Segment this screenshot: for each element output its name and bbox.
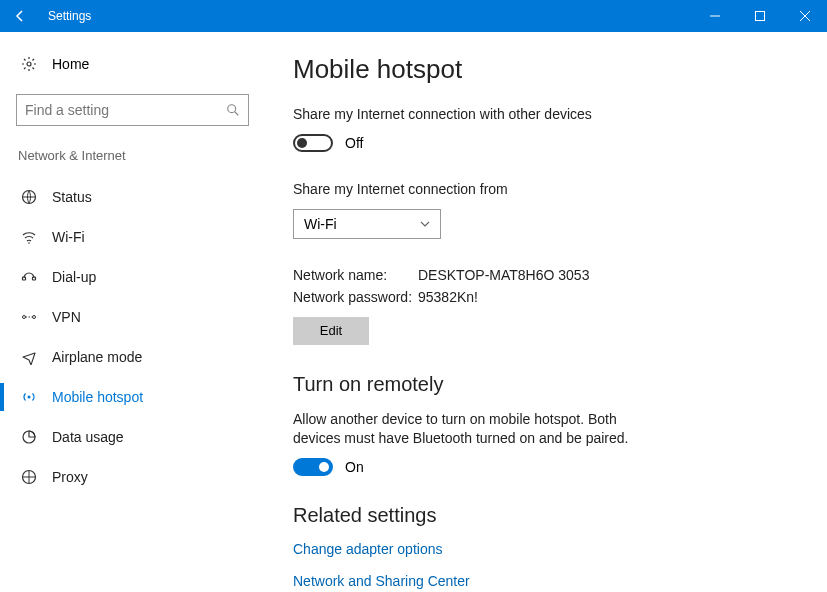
- network-password-label: Network password:: [293, 289, 418, 305]
- sidebar-item-mobile-hotspot[interactable]: Mobile hotspot: [16, 377, 249, 417]
- close-icon: [800, 11, 810, 21]
- sidebar-item-wifi[interactable]: Wi-Fi: [16, 217, 249, 257]
- vpn-icon: [20, 309, 38, 325]
- sidebar-item-label: Mobile hotspot: [52, 389, 143, 405]
- sidebar-item-proxy[interactable]: Proxy: [16, 457, 249, 497]
- sidebar-item-vpn[interactable]: VPN: [16, 297, 249, 337]
- sidebar-item-label: Airplane mode: [52, 349, 142, 365]
- back-button[interactable]: [0, 0, 40, 32]
- remote-toggle[interactable]: [293, 458, 333, 476]
- link-network-sharing[interactable]: Network and Sharing Center: [293, 573, 791, 589]
- proxy-icon: [20, 469, 38, 485]
- minimize-icon: [710, 11, 720, 21]
- svg-rect-9: [23, 277, 26, 280]
- svg-rect-1: [755, 12, 764, 21]
- wifi-icon: [20, 229, 38, 245]
- svg-line-6: [235, 112, 239, 116]
- window-title: Settings: [40, 9, 91, 23]
- svg-point-14: [28, 396, 31, 399]
- share-toggle[interactable]: [293, 134, 333, 152]
- share-from-label: Share my Internet connection from: [293, 180, 653, 199]
- sidebar-item-dialup[interactable]: Dial-up: [16, 257, 249, 297]
- remote-heading: Turn on remotely: [293, 373, 791, 396]
- sidebar-item-label: Proxy: [52, 469, 88, 485]
- network-password-value: 95382Kn!: [418, 289, 478, 305]
- maximize-button[interactable]: [737, 0, 782, 32]
- share-from-value: Wi-Fi: [304, 216, 337, 232]
- sidebar-category: Network & Internet: [16, 148, 249, 163]
- link-change-adapter[interactable]: Change adapter options: [293, 541, 791, 557]
- sidebar-item-status[interactable]: Status: [16, 177, 249, 217]
- share-from-dropdown[interactable]: Wi-Fi: [293, 209, 441, 239]
- svg-point-11: [23, 316, 26, 319]
- status-icon: [20, 189, 38, 205]
- sidebar-item-label: Wi-Fi: [52, 229, 85, 245]
- dialup-icon: [20, 269, 38, 285]
- sidebar-item-data-usage[interactable]: Data usage: [16, 417, 249, 457]
- sidebar-item-label: VPN: [52, 309, 81, 325]
- sidebar: Home Find a setting Network & Internet S…: [0, 32, 265, 592]
- sidebar-item-label: Dial-up: [52, 269, 96, 285]
- svg-point-5: [228, 105, 236, 113]
- edit-button[interactable]: Edit: [293, 317, 369, 345]
- remote-toggle-label: On: [345, 459, 364, 475]
- window-controls: [692, 0, 827, 32]
- svg-point-8: [28, 242, 30, 244]
- svg-point-4: [27, 62, 31, 66]
- data-usage-icon: [20, 429, 38, 445]
- share-toggle-label: Off: [345, 135, 363, 151]
- sidebar-item-airplane[interactable]: Airplane mode: [16, 337, 249, 377]
- maximize-icon: [755, 11, 765, 21]
- chevron-down-icon: [420, 219, 430, 229]
- gear-icon: [20, 56, 38, 72]
- arrow-left-icon: [12, 8, 28, 24]
- share-description: Share my Internet connection with other …: [293, 105, 653, 124]
- minimize-button[interactable]: [692, 0, 737, 32]
- search-icon: [226, 103, 240, 117]
- home-label: Home: [52, 56, 89, 72]
- page-title: Mobile hotspot: [293, 54, 791, 85]
- hotspot-icon: [20, 389, 38, 405]
- sidebar-item-label: Data usage: [52, 429, 124, 445]
- network-name-label: Network name:: [293, 267, 418, 283]
- sidebar-item-label: Status: [52, 189, 92, 205]
- svg-rect-10: [33, 277, 36, 280]
- airplane-icon: [20, 349, 38, 365]
- search-input[interactable]: Find a setting: [16, 94, 249, 126]
- titlebar: Settings: [0, 0, 827, 32]
- related-heading: Related settings: [293, 504, 791, 527]
- search-placeholder: Find a setting: [25, 102, 109, 118]
- network-name-value: DESKTOP-MAT8H6O 3053: [418, 267, 589, 283]
- main-content: Mobile hotspot Share my Internet connect…: [265, 32, 827, 592]
- remote-description: Allow another device to turn on mobile h…: [293, 410, 653, 448]
- svg-point-12: [33, 316, 36, 319]
- home-button[interactable]: Home: [16, 52, 249, 76]
- close-button[interactable]: [782, 0, 827, 32]
